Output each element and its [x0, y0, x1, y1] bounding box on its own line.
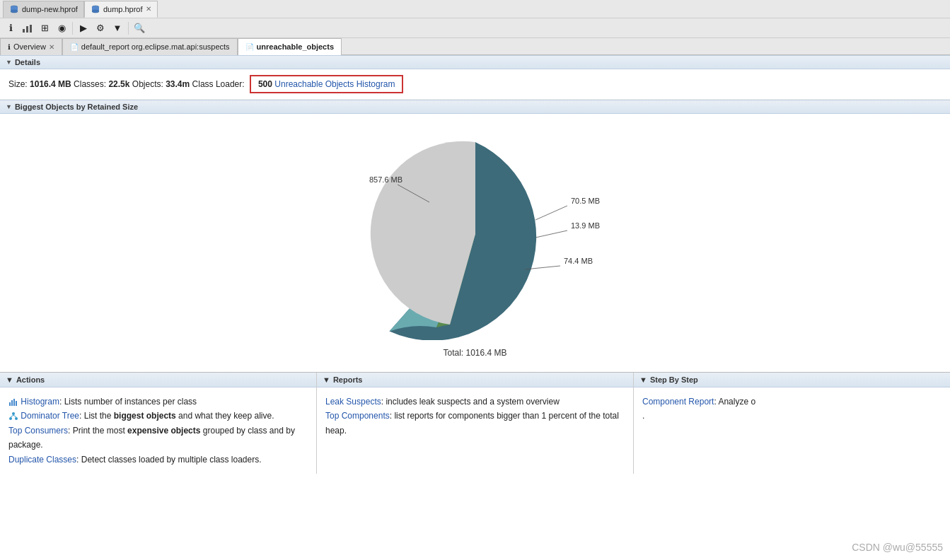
main-content: ▼ Details Size: 1016.4 MB Classes: 22.5k…	[0, 55, 950, 560]
info-icon-small: ℹ	[8, 43, 11, 51]
tab-overview-label: Overview	[13, 42, 46, 51]
tree-icon	[8, 412, 18, 421]
svg-rect-7	[26, 26, 28, 33]
action-duplicate: Duplicate Classes: Detect classes loaded…	[8, 453, 308, 467]
step-desc2: .	[642, 409, 942, 423]
chart-label-857: 857.6 MB	[369, 175, 402, 184]
tab-overview-close[interactable]: ✕	[49, 43, 54, 51]
info-button[interactable]: ℹ	[3, 21, 18, 36]
bottom-panels: ▼ Actions Histogram: Lists number of ins…	[0, 372, 950, 474]
actions-arrow: ▼	[6, 375, 13, 384]
tab-overview[interactable]: ℹ Overview ✕	[0, 38, 62, 55]
tab-default-report-label: default_report org.eclipse.mat.api:suspe…	[81, 42, 230, 51]
histogram-link[interactable]: Unreachable Objects Histogram	[274, 79, 395, 89]
biggest-arrow: ▼	[6, 103, 12, 110]
svg-point-2	[11, 10, 18, 13]
unreachable-icon: 📄	[245, 43, 254, 51]
actions-content: Histogram: Lists number of instances per…	[0, 387, 316, 474]
classloader-label: Class Loader:	[192, 79, 247, 89]
action-top-consumers: Top Consumers: Print the most expensive …	[8, 424, 308, 453]
step-title: Step By Step	[650, 375, 698, 384]
actions-title: Actions	[16, 375, 45, 384]
top-components-link[interactable]: Top Components	[325, 411, 390, 421]
tab-dump-label: dump.hprof	[103, 5, 143, 13]
separator-2	[128, 22, 129, 35]
classes-value: 22.5k	[108, 79, 129, 89]
chart-button[interactable]	[20, 21, 35, 36]
tab-unreachable[interactable]: 📄 unreachable_objects	[238, 38, 342, 55]
circle-button[interactable]: ◉	[54, 21, 69, 36]
leak-desc: : includes leak suspects and a system ov…	[381, 397, 560, 407]
settings-button[interactable]: ⚙	[93, 21, 108, 36]
leak-suspects-link[interactable]: Leak Suspects	[325, 397, 381, 407]
bar-chart-icon	[22, 23, 33, 33]
report-top-components: Top Components: list reports for compone…	[325, 409, 625, 438]
svg-rect-15	[13, 399, 15, 406]
reports-header: ▼ Reports	[317, 373, 633, 387]
report-leak: Leak Suspects: includes leak suspects an…	[325, 395, 625, 409]
classloader-box: 500 Unreachable Objects Histogram	[250, 75, 403, 93]
run-button[interactable]: ▶	[76, 21, 91, 36]
histogram-action-link[interactable]: Histogram	[21, 397, 59, 407]
tab-dump-close[interactable]: ✕	[146, 5, 151, 13]
chart-section: 857.6 MB 857.6 MB 70.5 MB 13.9 MB 74.4 M…	[0, 114, 950, 372]
reports-title: Reports	[333, 375, 363, 384]
details-title: Details	[15, 58, 40, 66]
pie-chart: 857.6 MB 857.6 MB 70.5 MB 13.9 MB 74.4 M…	[327, 128, 624, 340]
tab-default-report[interactable]: 📄 default_report org.eclipse.mat.api:sus…	[62, 38, 238, 55]
size-value: 1016.4 MB	[30, 79, 71, 89]
grid-button[interactable]: ⊞	[37, 21, 52, 36]
svg-rect-14	[11, 400, 13, 406]
top-consumers-bold: expensive objects	[127, 426, 200, 436]
tab-dump[interactable]: dump.hprof ✕	[84, 1, 158, 18]
objects-label: Objects:	[132, 79, 166, 89]
chart-total: Total: 1016.4 MB	[443, 348, 506, 358]
component-report-link[interactable]: Component Report	[642, 397, 714, 407]
histogram-desc: : Lists number of instances per class	[59, 397, 197, 407]
duplicate-desc: : Detect classes loaded by multiple clas…	[76, 455, 261, 465]
reports-panel: ▼ Reports Leak Suspects: includes leak s…	[317, 373, 634, 474]
svg-rect-6	[23, 29, 25, 33]
watermark: CSDN @wu@55555	[852, 542, 943, 553]
objects-value: 33.4m	[166, 79, 190, 89]
svg-point-19	[15, 417, 18, 420]
actions-panel: ▼ Actions Histogram: Lists number of ins…	[0, 373, 317, 474]
svg-line-11	[535, 231, 567, 238]
tab-dump-new-label: dump-new.hprof	[22, 5, 78, 13]
svg-rect-16	[16, 401, 17, 406]
step-arrow: ▼	[639, 375, 647, 384]
svg-rect-8	[30, 25, 32, 33]
db-icon-2	[91, 4, 100, 14]
histogram-icon	[8, 398, 18, 407]
actions-header: ▼ Actions	[0, 373, 316, 387]
step-component-report: Component Report: Analyze o	[642, 395, 942, 409]
dominator-bold: biggest objects	[114, 411, 176, 421]
biggest-title: Biggest Objects by Retained Size	[15, 103, 138, 111]
top-consumers-link[interactable]: Top Consumers	[8, 426, 68, 436]
duplicate-link[interactable]: Duplicate Classes	[8, 455, 76, 465]
svg-line-20	[11, 415, 13, 417]
search-button[interactable]: 🔍	[132, 21, 147, 36]
svg-line-21	[13, 415, 16, 417]
dominator-link[interactable]: Dominator Tree	[21, 411, 79, 421]
chart-label-744: 74.4 MB	[564, 257, 593, 265]
reports-arrow: ▼	[323, 375, 330, 384]
action-histogram: Histogram: Lists number of instances per…	[8, 395, 308, 409]
reports-content: Leak Suspects: includes leak suspects an…	[317, 387, 633, 445]
tab-unreachable-label: unreachable_objects	[257, 42, 334, 51]
details-header: ▼ Details	[0, 55, 950, 69]
classes-label: Classes:	[74, 79, 108, 89]
step-content: Component Report: Analyze o .	[634, 387, 950, 431]
action-dominator: Dominator Tree: List the biggest objects…	[8, 409, 308, 423]
svg-point-17	[12, 412, 15, 415]
biggest-objects-header: ▼ Biggest Objects by Retained Size	[0, 100, 950, 114]
details-arrow: ▼	[6, 59, 12, 66]
svg-line-10	[535, 206, 567, 220]
tab-dump-new[interactable]: dump-new.hprof	[3, 1, 84, 18]
dominator-desc2: and what they keep alive.	[176, 411, 274, 421]
svg-rect-13	[9, 402, 11, 406]
svg-point-18	[9, 417, 12, 420]
component-report-desc: : Analyze o	[714, 397, 755, 407]
chart-label-705: 70.5 MB	[571, 197, 600, 205]
dropdown-button[interactable]: ▼	[110, 21, 125, 36]
